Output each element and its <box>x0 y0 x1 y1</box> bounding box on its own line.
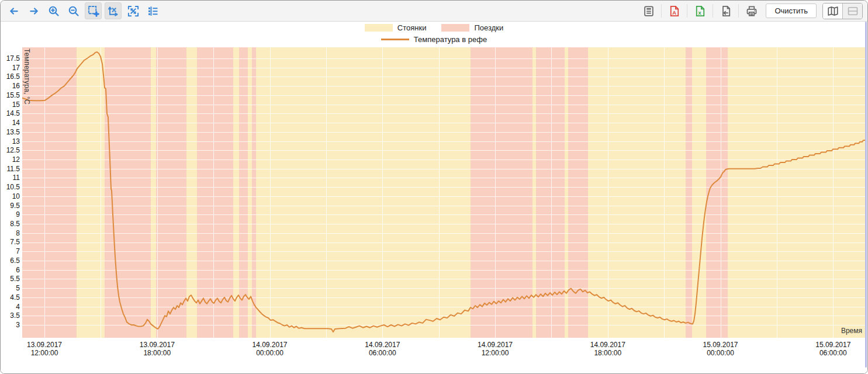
y-tick-label: 5 <box>1 284 20 292</box>
y-tick-label: 10.5 <box>1 183 20 191</box>
y-tick-label: 3.5 <box>1 311 20 320</box>
report-document-icon <box>643 5 655 17</box>
parking-swatch <box>365 24 393 32</box>
y-tick-label: 4 <box>1 303 20 311</box>
report-button[interactable] <box>640 2 657 19</box>
y-tick-label: 9.5 <box>1 202 20 210</box>
temperature-line-swatch <box>381 39 409 40</box>
arrow-left-icon <box>9 6 19 16</box>
y-tick-label: 12.5 <box>1 146 20 154</box>
x-tick-label: 14.09.2017 00:00:00 <box>232 341 308 357</box>
legend-item-parking[interactable]: Стоянки <box>365 23 427 32</box>
legend-list-button[interactable] <box>144 2 161 19</box>
y-tick-label: 4.5 <box>1 293 20 302</box>
y-tick-label: 15.5 <box>1 91 20 99</box>
file-export-icon <box>720 5 732 17</box>
export-pdf-button[interactable]: A <box>666 2 683 19</box>
selection-rectangle-plus-icon <box>88 5 99 17</box>
axes-scale-icon <box>108 5 119 17</box>
zoom-out-button[interactable] <box>65 2 82 19</box>
x-tick-label: 14.09.2017 18:00:00 <box>570 341 646 357</box>
splitter-handle[interactable] <box>865 22 867 368</box>
y-tick-label: 13.5 <box>1 128 20 136</box>
temperature-line <box>22 52 866 332</box>
x-tick-label: 13.09.2017 18:00:00 <box>119 341 195 357</box>
x-tick-label: 13.09.2017 12:00:00 <box>6 341 82 357</box>
app-window: A x Очистить <box>0 0 868 374</box>
legend-label: Стоянки <box>397 23 427 32</box>
y-tick-label: 10 <box>1 192 20 200</box>
toolbar-separator <box>738 4 739 18</box>
plot-area[interactable]: Температура, °C Время <box>22 47 866 338</box>
y-tick-label: 11.5 <box>1 165 20 173</box>
y-tick-label: 7.5 <box>1 238 20 246</box>
y-tick-label: 6 <box>1 266 20 274</box>
excel-file-icon: x <box>694 5 706 17</box>
x-axis-title: Время <box>841 327 862 335</box>
export-excel-button[interactable]: x <box>691 2 708 19</box>
y-tick-label: 12 <box>1 155 20 164</box>
y-tick-label: 17 <box>1 64 20 72</box>
split-view-button[interactable] <box>842 4 862 19</box>
main-toolbar: A x Очистить <box>1 1 867 22</box>
legend-row: Температура в рефе <box>381 35 487 44</box>
temperature-series <box>22 47 866 338</box>
y-tick-label: 14 <box>1 119 20 127</box>
chart-legend: Стоянки Поездки Температура в рефе <box>1 23 867 44</box>
toolbar-separator <box>713 4 713 18</box>
legend-item-trips[interactable]: Поездки <box>441 23 503 32</box>
toolbar-separator <box>661 4 662 18</box>
legend-label: Температура в рефе <box>414 35 487 44</box>
arrow-right-icon <box>29 6 39 16</box>
y-tick-label: 17.5 <box>1 54 20 63</box>
printer-icon <box>746 5 758 17</box>
y-tick-label: 3 <box>1 321 20 329</box>
zoom-out-icon <box>68 5 79 17</box>
map-view-button[interactable] <box>823 4 842 19</box>
y-tick-label: 11 <box>1 174 20 182</box>
y-tick-label: 9 <box>1 210 20 219</box>
autoscale-axes-button[interactable] <box>105 2 122 19</box>
view-toggle-group <box>822 3 863 19</box>
export-toolbar: A x Очистить <box>640 2 863 19</box>
y-tick-label: 16.5 <box>1 72 20 81</box>
pdf-file-icon: A <box>669 5 680 17</box>
x-tick-label: 14.09.2017 06:00:00 <box>344 341 420 357</box>
trips-swatch <box>441 24 469 32</box>
fit-all-button[interactable] <box>125 2 141 19</box>
x-tick-label: 15.09.2017 00:00:00 <box>683 341 759 357</box>
clear-button[interactable]: Очистить <box>766 4 817 18</box>
legend-label: Поездки <box>474 23 503 32</box>
expand-fit-icon <box>127 5 139 17</box>
legend-row: Стоянки Поездки <box>365 23 503 32</box>
toolbar-separator <box>687 4 687 18</box>
y-tick-label: 13 <box>1 137 20 146</box>
y-tick-label: 15 <box>1 101 20 109</box>
list-icon <box>147 5 159 17</box>
history-back-button[interactable] <box>5 2 22 19</box>
y-tick-label: 7 <box>1 247 20 255</box>
x-tick-label: 14.09.2017 12:00:00 <box>457 341 533 357</box>
print-button[interactable] <box>743 2 760 19</box>
y-tick-label: 14.5 <box>1 109 20 117</box>
zoom-in-button[interactable] <box>45 2 62 19</box>
export-file-button[interactable] <box>717 2 734 19</box>
x-tick-label: 15.09.2017 06:00:00 <box>795 341 868 357</box>
map-icon <box>827 5 839 17</box>
legend-item-temperature[interactable]: Температура в рефе <box>381 35 487 44</box>
split-horizontal-icon <box>847 5 859 17</box>
y-tick-label: 8.5 <box>1 220 20 228</box>
svg-text:A: A <box>672 9 676 15</box>
zoom-in-icon <box>48 5 60 17</box>
y-tick-label: 8 <box>1 229 20 237</box>
history-forward-button[interactable] <box>25 2 42 19</box>
zoom-selection-button[interactable] <box>85 2 102 19</box>
nav-zoom-toolbar <box>5 2 161 19</box>
y-tick-label: 6.5 <box>1 257 20 265</box>
y-tick-label: 5.5 <box>1 275 20 283</box>
chart-panel: Стоянки Поездки Температура в рефе 17.51… <box>1 22 867 373</box>
svg-text:x: x <box>698 9 701 15</box>
y-tick-label: 16 <box>1 82 20 90</box>
y-axis-title: Температура, °C <box>23 49 31 105</box>
